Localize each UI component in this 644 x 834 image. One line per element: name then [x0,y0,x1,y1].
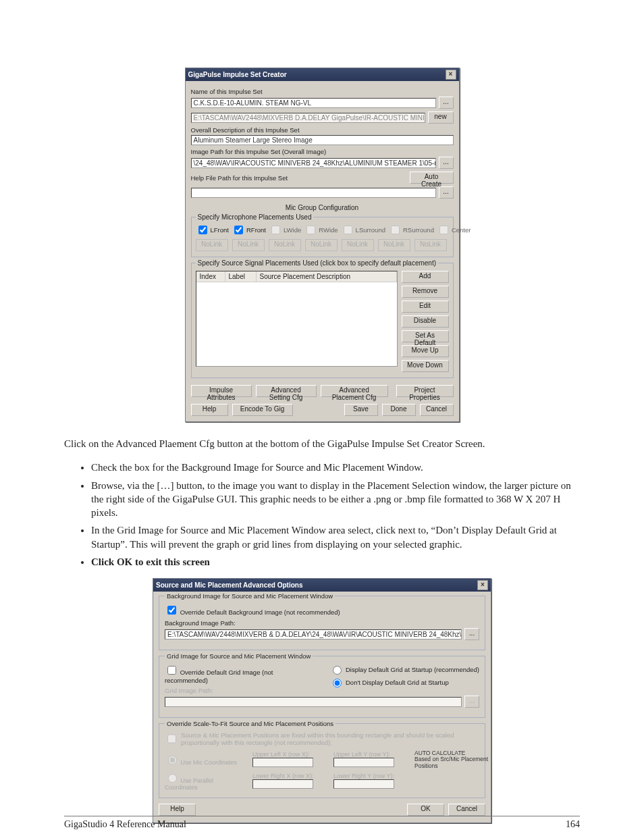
ok-button[interactable]: OK [407,804,444,816]
scale-override-group: Override Scale-To-Fit Source and Mic Pla… [159,723,485,798]
cancel-button[interactable]: Cancel [420,404,454,416]
mic-placement-group: Specify Microphone Placements Used LFron… [191,217,454,257]
edit-button[interactable]: Edit [402,301,449,313]
list-item: In the Grid Image for Source and Mic Pla… [91,523,580,551]
display-grid-radio[interactable]: Display Default Grid at Startup (recomme… [329,664,479,675]
check-rfront[interactable]: RFront [232,224,266,236]
dont-display-grid-radio[interactable]: Don't Display Default Grid at Startup [329,677,479,687]
source-placement-legend: Specify Source Signal Placements Used (c… [196,259,439,267]
check-lfront[interactable]: LFront [196,224,229,236]
help-button[interactable]: Help [191,404,228,416]
encode-button[interactable]: Encode To Gig [232,404,293,416]
list-item: Click OK to exit this screen [91,555,580,569]
list-item: Check the box for the Background Image f… [91,461,580,474]
check-lsurround: LSurround [341,224,385,236]
uly-label: Upper Left Y (row Y): [333,751,408,758]
bg-path-label: Background Image Path: [165,619,479,627]
project-props-button[interactable]: Project Properties [396,385,454,397]
col-label: Label [225,271,257,282]
check-rwide: RWide [304,224,338,236]
grid-browse-button: ... [464,696,479,708]
check-rsurround: RSurround [388,224,434,236]
lrx-field [252,779,313,789]
footer-title: GigaStudio 4 Reference Manual [64,819,186,830]
bg-image-group: Background Image for Source and Mic Plac… [159,596,485,650]
lry-field [333,779,394,789]
dialog-title: GigaPulse Impulse Set Creator [188,71,287,78]
check-lwide: LWide [269,224,301,236]
grid-image-group: Grid Image for Source and Mic Placement … [159,656,485,718]
bg-image-legend: Background Image for Source and Mic Plac… [165,592,335,600]
name-field[interactable]: C.K.S.D.E-10-ALUMIN. STEAM NG-VL [191,98,436,108]
image-browse-button[interactable]: ... [439,157,454,169]
check-center: Center [437,224,471,236]
scale-override-legend: Override Scale-To-Fit Source and Mic Pla… [165,720,336,727]
add-button[interactable]: Add [402,271,449,283]
bg-browse-button[interactable]: ... [464,628,479,640]
ulx-label: Upper Left X (row X): [252,751,327,758]
close-icon[interactable]: × [477,580,488,590]
image-path-label: Image Path for this Impulse Set (Overall… [191,148,454,155]
ulx-field [252,758,313,767]
grid-image-legend: Grid Image for Source and Mic Placement … [165,652,313,660]
page-number: 164 [566,819,580,830]
grid-path-label: Grid Image Path: [165,687,309,694]
scale-override-checkbox: Source & Mic Placement Positions are fix… [165,731,479,746]
titlebar: GigaPulse Impulse Set Creator × [186,68,459,81]
override-grid-checkbox[interactable]: Override Default Grid Image (not recomme… [165,669,273,684]
help-browse-button[interactable]: ... [439,186,454,199]
source-placement-group: Specify Source Signal Placements Used (c… [191,263,454,378]
move-up-button[interactable]: Move Up [402,345,449,357]
nolink-button: NoLink [378,239,410,251]
image-path-field[interactable]: \24_48\WAV\IR\ACOUSTIC MINIVERB 24_48Khz… [191,158,436,168]
nolink-button: NoLink [414,239,447,251]
help-button[interactable]: Help [159,804,196,816]
page-footer: GigaStudio 4 Reference Manual 164 [64,816,580,830]
lry-label: Lower Right Y (row Y): [333,773,408,779]
list-item: Browse, via the […] button, to the image… [91,479,580,520]
save-button[interactable]: Save [344,404,378,416]
col-desc: Source Placement Description [257,271,397,282]
disable-button[interactable]: Disable [402,315,449,328]
auto-create-button[interactable]: Auto Create [410,172,454,184]
mic-group-title: Mic Group Configuration [191,204,454,211]
impulse-attrs-button[interactable]: Impulse Attributes [191,385,252,397]
nolink-button: NoLink [269,239,301,251]
desc-field[interactable]: Aluminum Steamer Large Stereo Image [191,135,454,145]
path-field: E:\TASCAM\WAV2448\MIXVERB D.A.DELAY Giga… [191,113,425,123]
nolink-button: NoLink [342,239,374,251]
lrx-label: Lower Right X (row X): [252,773,327,779]
bg-path-field[interactable]: E:\TASCAM\WAV2448\MIXVERB & D.A.DELAY\24… [165,629,462,640]
nolink-button: NoLink [232,239,265,251]
body-text: Click on the Advanced Plaement Cfg butto… [64,437,580,569]
uly-field [333,758,394,767]
advanced-options-dialog: Source and Mic Placement Advanced Option… [153,578,491,823]
name-label: Name of this Impulse Set [191,88,454,95]
desc-label: Overall Description of this Impulse Set [191,126,454,134]
nolink-button: NoLink [196,239,228,251]
use-parallel-coord-radio: Use Parallel Coordinates [165,772,246,791]
adv-placement-button[interactable]: Advanced Placement Cfg [321,385,388,397]
col-index: Index [196,271,225,282]
new-button[interactable]: new [428,111,454,124]
nolink-button: NoLink [305,239,338,251]
adv-setting-button[interactable]: Advanced Setting Cfg [256,385,317,397]
browse-button[interactable]: ... [439,97,454,109]
grid-path-field [165,697,462,707]
override-bg-checkbox[interactable]: Override Default Background Image (not r… [165,608,340,616]
done-button[interactable]: Done [382,404,416,416]
move-down-button[interactable]: Move Down [402,360,449,372]
help-path-label: Help File Path for this Impulse Set [191,174,407,182]
set-default-button[interactable]: Set As Default [402,330,449,342]
use-mic-coord-radio: Use Mic Coordinates [165,754,246,766]
remove-button[interactable]: Remove [402,286,449,298]
close-icon[interactable]: × [446,70,456,80]
dialog-title: Source and Mic Placement Advanced Option… [156,581,302,589]
auto-calc-hint: Based on Src/Mic Placement Positions [414,756,489,769]
help-path-field[interactable] [191,188,436,198]
cancel-button[interactable]: Cancel [448,804,485,816]
paragraph: Click on the Advanced Plaement Cfg butto… [64,437,580,450]
impulse-set-creator-dialog: GigaPulse Impulse Set Creator × Name of … [185,68,460,422]
titlebar: Source and Mic Placement Advanced Option… [153,579,491,592]
placement-table[interactable]: Index Label Source Placement Description [196,271,398,367]
